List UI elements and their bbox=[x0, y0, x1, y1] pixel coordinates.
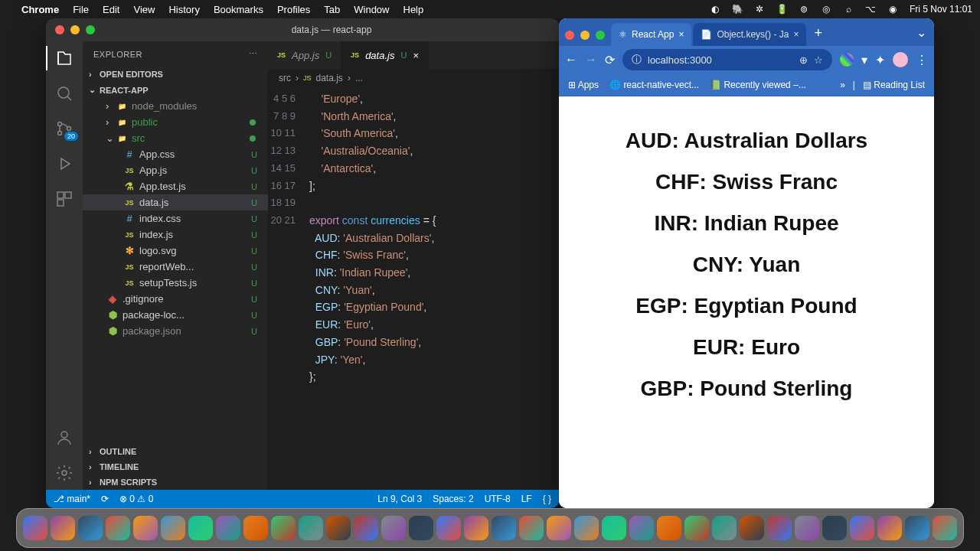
gear-icon[interactable] bbox=[55, 464, 74, 482]
battery-icon[interactable]: 🔋 bbox=[776, 4, 788, 15]
zoom-icon[interactable] bbox=[596, 31, 605, 40]
dock-app[interactable] bbox=[740, 516, 764, 540]
vscode-titlebar[interactable]: data.js — react-app bbox=[46, 18, 559, 41]
status-icon[interactable]: 🐘 bbox=[732, 4, 743, 15]
control-center-icon[interactable]: ⌥ bbox=[865, 4, 877, 15]
browser-tab[interactable]: 📄Object.keys() - Ja× bbox=[693, 23, 806, 46]
dock-app[interactable] bbox=[299, 516, 323, 540]
file-package.json[interactable]: ⬢package.jsonU bbox=[83, 323, 268, 339]
dock-app[interactable] bbox=[216, 516, 240, 540]
dock-app[interactable] bbox=[547, 516, 571, 540]
indent[interactable]: Spaces: 2 bbox=[433, 494, 473, 504]
encoding[interactable]: UTF-8 bbox=[485, 494, 511, 504]
file-index.css[interactable]: #index.cssU bbox=[83, 210, 268, 227]
file-index.js[interactable]: JSindex.jsU bbox=[83, 227, 268, 243]
new-tab-button[interactable]: + bbox=[806, 25, 830, 46]
account-icon[interactable] bbox=[55, 429, 74, 447]
apps-icon[interactable]: ⊞ Apps bbox=[568, 80, 599, 90]
dock-app[interactable] bbox=[188, 516, 213, 540]
dock-app[interactable] bbox=[106, 516, 130, 540]
menu-file[interactable]: File bbox=[73, 4, 89, 15]
dock-app[interactable] bbox=[326, 516, 351, 540]
dock-app[interactable] bbox=[161, 516, 185, 540]
bookmark-item[interactable]: 📗 Recently viewed –... bbox=[710, 80, 806, 90]
timeline-section[interactable]: ›TIMELINE bbox=[83, 459, 268, 474]
menu-view[interactable]: View bbox=[133, 4, 155, 15]
close-icon[interactable] bbox=[55, 25, 64, 34]
dock-app[interactable] bbox=[519, 516, 544, 540]
browser-tab[interactable]: ⚛React App× bbox=[611, 23, 691, 46]
bookmark-item[interactable]: 🌐 react-native-vect... bbox=[609, 80, 699, 90]
cursor-pos[interactable]: Ln 9, Col 3 bbox=[377, 494, 422, 504]
dock-app[interactable] bbox=[271, 516, 296, 540]
outline-section[interactable]: ›OUTLINE bbox=[83, 444, 268, 459]
dock-app[interactable] bbox=[464, 516, 488, 540]
problems[interactable]: ⊗ 0 ⚠ 0 bbox=[119, 494, 153, 504]
profile-icon[interactable] bbox=[893, 52, 908, 67]
status-icon[interactable]: ✲ bbox=[754, 4, 766, 15]
close-icon[interactable] bbox=[565, 31, 574, 40]
clock[interactable]: Fri 5 Nov 11:01 bbox=[910, 4, 972, 15]
file-reportWeb...[interactable]: JSreportWeb...U bbox=[83, 259, 268, 275]
menu-help[interactable]: Help bbox=[403, 4, 424, 15]
file-.gitignore[interactable]: ◈.gitignoreU bbox=[83, 291, 268, 307]
zoom-icon[interactable]: ⊕ bbox=[799, 54, 808, 66]
dock-app[interactable] bbox=[243, 516, 268, 540]
dock-app[interactable] bbox=[712, 516, 737, 540]
dock-app[interactable] bbox=[23, 516, 47, 540]
back-icon[interactable]: ← bbox=[565, 53, 577, 67]
file-App.css[interactable]: #App.cssU bbox=[83, 146, 268, 162]
minimize-icon[interactable] bbox=[580, 31, 590, 40]
dock-app[interactable] bbox=[354, 516, 378, 540]
dock-app[interactable] bbox=[905, 516, 929, 540]
menu-history[interactable]: History bbox=[168, 4, 199, 15]
wifi-icon[interactable]: ⊚ bbox=[799, 4, 810, 15]
forward-icon[interactable]: → bbox=[585, 53, 597, 67]
dock-app[interactable] bbox=[657, 516, 681, 540]
dock-app[interactable] bbox=[133, 516, 158, 540]
project-section[interactable]: ⌄REACT-APP bbox=[83, 82, 268, 98]
reading-list[interactable]: ▤ Reading List bbox=[863, 80, 925, 90]
file-package-loc...[interactable]: ⬢package-loc...U bbox=[83, 307, 268, 323]
lang-mode[interactable]: { } bbox=[543, 494, 551, 504]
file-App.test.js[interactable]: ⚗App.test.jsU bbox=[83, 178, 268, 194]
app-name[interactable]: Chrome bbox=[21, 4, 59, 15]
explorer-icon[interactable] bbox=[55, 49, 74, 67]
menu-tab[interactable]: Tab bbox=[324, 4, 340, 15]
open-editors-section[interactable]: ›OPEN EDITORS bbox=[83, 67, 268, 82]
eol[interactable]: LF bbox=[521, 494, 532, 504]
dock-app[interactable] bbox=[795, 516, 819, 540]
menu-bookmarks[interactable]: Bookmarks bbox=[214, 4, 263, 15]
star-icon[interactable]: ☆ bbox=[814, 54, 823, 66]
menu-profiles[interactable]: Profiles bbox=[277, 4, 310, 15]
dock-app[interactable] bbox=[51, 516, 75, 540]
dock-app[interactable] bbox=[684, 516, 709, 540]
ext-icon[interactable]: ▾ bbox=[861, 53, 867, 67]
source-control-icon[interactable]: 20 bbox=[55, 119, 74, 138]
git-branch[interactable]: ⎇ main* bbox=[54, 494, 90, 504]
dock-app[interactable] bbox=[933, 516, 957, 540]
extensions-icon[interactable]: ✦ bbox=[875, 53, 885, 67]
menu-window[interactable]: Window bbox=[354, 4, 389, 15]
status-icon[interactable]: ◎ bbox=[821, 4, 832, 15]
npm-section[interactable]: ›NPM SCRIPTS bbox=[83, 474, 268, 490]
status-icon[interactable]: ◐ bbox=[710, 4, 721, 15]
code-area[interactable]: 4 5 6 7 8 9 10 11 12 13 14 15 16 17 18 1… bbox=[268, 87, 559, 490]
debug-icon[interactable] bbox=[55, 155, 74, 173]
dock-app[interactable] bbox=[78, 516, 103, 540]
dock-app[interactable] bbox=[767, 516, 792, 540]
file-src[interactable]: ⌄📁src bbox=[83, 130, 268, 146]
file-node_modules[interactable]: ›📁node_modules bbox=[83, 98, 268, 114]
sync-icon[interactable]: ⟳ bbox=[101, 494, 109, 504]
search-icon[interactable] bbox=[55, 84, 74, 103]
file-setupTests.js[interactable]: JSsetupTests.jsU bbox=[83, 275, 268, 291]
ext-icon[interactable] bbox=[840, 53, 854, 67]
extensions-icon[interactable] bbox=[55, 190, 74, 208]
breadcrumb[interactable]: src › JS data.js › ... bbox=[268, 69, 559, 87]
dock-app[interactable] bbox=[822, 516, 847, 540]
reload-icon[interactable]: ⟳ bbox=[605, 53, 615, 67]
dock-app[interactable] bbox=[492, 516, 516, 540]
zoom-icon[interactable] bbox=[86, 25, 95, 34]
menu-icon[interactable]: ⋮ bbox=[916, 53, 928, 67]
dock-app[interactable] bbox=[436, 516, 461, 540]
